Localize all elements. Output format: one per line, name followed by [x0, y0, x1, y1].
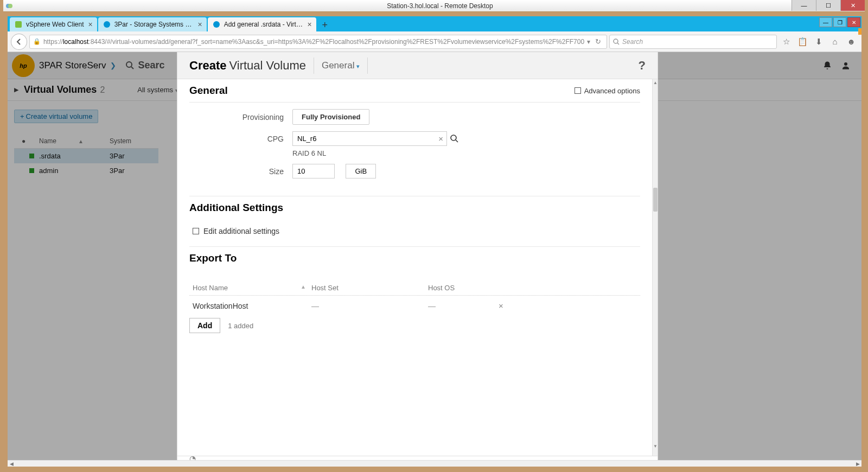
provisioning-button[interactable]: Fully Provisioned — [292, 109, 369, 125]
bookmark-star-icon[interactable]: ☆ — [779, 35, 793, 49]
modal-footer: ◔ — [177, 456, 658, 460]
rdp-close-button[interactable]: ✕ — [840, 0, 865, 11]
reload-icon[interactable]: ↻ — [593, 37, 603, 46]
export-to-heading: Export To — [189, 252, 237, 264]
export-table-row: WorkstationHost — — × — [189, 296, 640, 316]
ff-maximize-button[interactable]: ❐ — [833, 17, 846, 27]
scroll-thumb[interactable] — [653, 188, 658, 212]
tab-label: 3Par - Storage Systems - H... — [114, 21, 194, 28]
tab-label: vSphere Web Client — [26, 21, 84, 28]
ff-ribbon-accent — [858, 28, 861, 35]
footer-icon: ◔ — [189, 456, 196, 460]
nav-back-button[interactable] — [11, 34, 27, 50]
download-icon[interactable]: ⬇ — [812, 35, 826, 49]
provisioning-label: Provisioning — [189, 113, 292, 122]
scroll-down-icon[interactable]: ▼ — [653, 443, 658, 449]
size-label: Size — [189, 167, 292, 176]
rdp-minimize-button[interactable]: — — [792, 0, 816, 11]
export-table-header: Host Name ▲ Host Set Host OS — [189, 284, 640, 296]
checkbox-icon — [193, 228, 199, 234]
svg-rect-2 — [15, 21, 22, 28]
tab-icon — [14, 20, 23, 29]
modal-section-dropdown[interactable]: General▾ — [322, 60, 360, 71]
separator — [367, 58, 368, 74]
hostname-column[interactable]: Host Name ▲ — [189, 284, 311, 292]
size-input[interactable] — [292, 164, 335, 178]
rdp-titlebar: Station-3.hol.local - Remote Desktop — ☐… — [3, 0, 865, 12]
hostos-column[interactable]: Host OS — [428, 284, 499, 292]
svg-line-6 — [617, 43, 619, 44]
add-host-button[interactable]: Add — [189, 318, 220, 333]
rdp-app-icon — [3, 0, 15, 12]
clear-icon[interactable]: × — [438, 134, 443, 143]
remove-row-icon[interactable]: × — [499, 301, 503, 310]
general-heading: General — [189, 85, 228, 97]
browser-tab-vsphere[interactable]: vSphere Web Client × — [10, 17, 97, 31]
url-text: https://localhost:8443/#/virtual-volumes… — [43, 38, 584, 46]
tab-label: Add general .srdata - Virtu... — [224, 21, 303, 28]
tab-close-icon[interactable]: × — [308, 20, 312, 29]
scroll-left-icon[interactable]: ◀ — [8, 461, 15, 467]
modal-scrollbar[interactable]: ▲ ▼ — [652, 79, 658, 456]
rdp-title: Station-3.hol.local - Remote Desktop — [15, 2, 865, 10]
new-tab-button[interactable]: + — [317, 18, 333, 31]
page-horizontal-scrollbar[interactable]: ◀ ▶ — [8, 460, 861, 467]
tab-icon — [212, 20, 221, 29]
hostset-column[interactable]: Host Set — [311, 284, 428, 292]
tab-icon — [103, 20, 111, 29]
svg-point-3 — [104, 21, 110, 28]
create-virtual-volume-modal: CreateVirtual Volume General▾ ? General — [177, 52, 658, 460]
rdp-maximize-button[interactable]: ☐ — [816, 0, 840, 11]
cpg-input[interactable] — [292, 131, 447, 146]
tab-close-icon[interactable]: × — [198, 20, 202, 29]
edit-additional-settings-checkbox[interactable]: Edit additional settings — [193, 227, 640, 235]
svg-point-4 — [213, 21, 220, 28]
search-icon — [613, 39, 620, 45]
browser-tab-active[interactable]: Add general .srdata - Virtu... × — [208, 17, 316, 31]
modal-header: CreateVirtual Volume General▾ ? — [177, 52, 658, 79]
help-icon[interactable]: ? — [639, 59, 646, 73]
checkbox-icon — [575, 87, 581, 94]
svg-point-10 — [451, 135, 456, 141]
ff-minimize-button[interactable]: — — [819, 17, 832, 27]
scroll-up-icon[interactable]: ▲ — [653, 79, 658, 86]
advanced-options-checkbox[interactable]: Advanced options — [575, 87, 640, 95]
modal-title: CreateVirtual Volume — [189, 59, 306, 73]
browser-tab-3par[interactable]: 3Par - Storage Systems - H... × — [98, 17, 207, 31]
svg-line-11 — [456, 140, 458, 142]
scroll-right-icon[interactable]: ▶ — [854, 461, 861, 467]
browser-search-bar[interactable]: Search — [609, 35, 777, 49]
lock-icon: 🔒 — [33, 38, 41, 45]
row-hostname: WorkstationHost — [189, 302, 311, 310]
search-icon[interactable] — [450, 135, 458, 143]
separator — [314, 58, 314, 74]
clipboard-icon[interactable]: 📋 — [795, 35, 809, 49]
search-placeholder: Search — [622, 38, 643, 46]
cpg-label: CPG — [189, 135, 292, 143]
ff-close-button[interactable]: ✕ — [847, 17, 860, 27]
dropdown-icon[interactable]: ▾ — [587, 38, 590, 46]
url-bar[interactable]: 🔒 https://localhost:8443/#/virtual-volum… — [29, 35, 607, 49]
size-unit-button[interactable]: GiB — [346, 164, 376, 178]
row-hostset: — — [311, 302, 428, 310]
cpg-subtext: RAID 6 NL — [292, 149, 640, 157]
added-count: 1 added — [228, 322, 253, 330]
additional-settings-heading: Additional Settings — [189, 202, 283, 214]
svg-point-5 — [614, 39, 618, 43]
home-icon[interactable]: ⌂ — [828, 35, 842, 49]
smile-icon[interactable]: ☻ — [844, 35, 858, 49]
tab-close-icon[interactable]: × — [88, 20, 93, 29]
svg-point-1 — [8, 4, 12, 8]
row-hostos: — — [428, 302, 499, 310]
browser-toolbar: 🔒 https://localhost:8443/#/virtual-volum… — [8, 31, 861, 52]
browser-tab-strip: vSphere Web Client × 3Par - Storage Syst… — [8, 16, 861, 31]
